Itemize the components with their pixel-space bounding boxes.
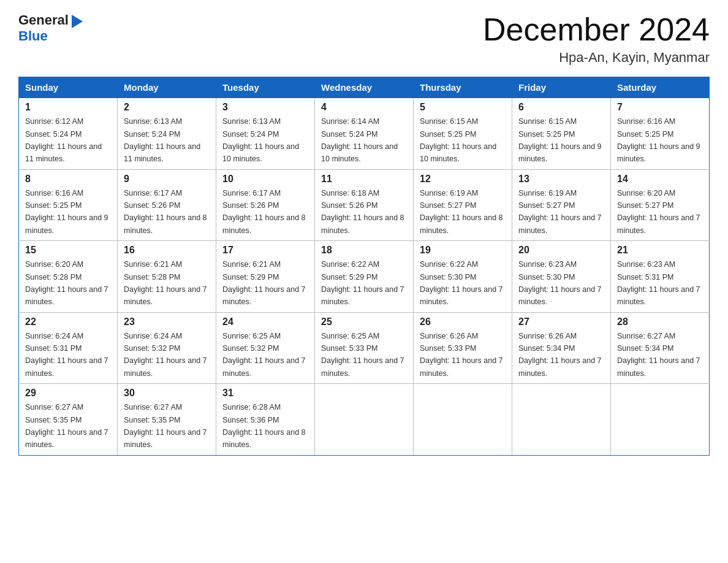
day-info: Sunrise: 6:19 AMSunset: 5:27 PMDaylight:… xyxy=(420,189,503,235)
day-number: 7 xyxy=(617,102,703,113)
day-info: Sunrise: 6:14 AMSunset: 5:24 PMDaylight:… xyxy=(321,117,398,163)
day-info: Sunrise: 6:20 AMSunset: 5:27 PMDaylight:… xyxy=(617,189,700,235)
table-row xyxy=(512,384,611,456)
day-info: Sunrise: 6:21 AMSunset: 5:28 PMDaylight:… xyxy=(124,260,207,306)
table-row xyxy=(414,384,512,456)
title-area: December 2024 Hpa-An, Kayin, Myanmar xyxy=(483,12,710,66)
day-number: 23 xyxy=(124,316,210,327)
day-number: 15 xyxy=(25,245,111,256)
day-info: Sunrise: 6:22 AMSunset: 5:29 PMDaylight:… xyxy=(321,260,404,306)
table-row: 5 Sunrise: 6:15 AMSunset: 5:25 PMDayligh… xyxy=(414,98,512,170)
day-number: 16 xyxy=(124,245,210,256)
day-info: Sunrise: 6:25 AMSunset: 5:32 PMDaylight:… xyxy=(222,332,306,378)
day-info: Sunrise: 6:28 AMSunset: 5:36 PMDaylight:… xyxy=(222,403,306,449)
day-info: Sunrise: 6:21 AMSunset: 5:29 PMDaylight:… xyxy=(222,260,306,306)
table-row: 25 Sunrise: 6:25 AMSunset: 5:33 PMDaylig… xyxy=(315,312,414,384)
table-row: 9 Sunrise: 6:17 AMSunset: 5:26 PMDayligh… xyxy=(118,169,216,241)
table-row: 10 Sunrise: 6:17 AMSunset: 5:26 PMDaylig… xyxy=(216,169,315,241)
day-info: Sunrise: 6:17 AMSunset: 5:26 PMDaylight:… xyxy=(222,189,306,235)
day-info: Sunrise: 6:23 AMSunset: 5:30 PMDaylight:… xyxy=(518,260,602,306)
table-row: 8 Sunrise: 6:16 AMSunset: 5:25 PMDayligh… xyxy=(19,169,118,241)
table-row: 29 Sunrise: 6:27 AMSunset: 5:35 PMDaylig… xyxy=(19,384,118,456)
day-number: 2 xyxy=(124,102,210,113)
day-number: 8 xyxy=(25,174,111,185)
table-row: 27 Sunrise: 6:26 AMSunset: 5:34 PMDaylig… xyxy=(512,312,611,384)
day-info: Sunrise: 6:27 AMSunset: 5:34 PMDaylight:… xyxy=(617,332,700,378)
table-row: 28 Sunrise: 6:27 AMSunset: 5:34 PMDaylig… xyxy=(611,312,710,384)
day-info: Sunrise: 6:26 AMSunset: 5:33 PMDaylight:… xyxy=(420,332,503,378)
calendar-week-2: 8 Sunrise: 6:16 AMSunset: 5:25 PMDayligh… xyxy=(19,169,710,241)
table-row: 1 Sunrise: 6:12 AMSunset: 5:24 PMDayligh… xyxy=(19,98,118,170)
day-number: 21 xyxy=(617,245,703,256)
day-number: 6 xyxy=(518,102,604,113)
table-row: 14 Sunrise: 6:20 AMSunset: 5:27 PMDaylig… xyxy=(611,169,710,241)
table-row xyxy=(611,384,710,456)
calendar-week-1: 1 Sunrise: 6:12 AMSunset: 5:24 PMDayligh… xyxy=(19,98,710,170)
table-row: 21 Sunrise: 6:23 AMSunset: 5:31 PMDaylig… xyxy=(611,241,710,313)
day-number: 29 xyxy=(25,388,111,399)
day-number: 24 xyxy=(222,316,308,327)
day-info: Sunrise: 6:12 AMSunset: 5:24 PMDaylight:… xyxy=(25,117,102,163)
day-number: 26 xyxy=(420,316,506,327)
calendar-week-3: 15 Sunrise: 6:20 AMSunset: 5:28 PMDaylig… xyxy=(19,241,710,313)
table-row: 31 Sunrise: 6:28 AMSunset: 5:36 PMDaylig… xyxy=(216,384,315,456)
day-info: Sunrise: 6:19 AMSunset: 5:27 PMDaylight:… xyxy=(518,189,602,235)
calendar-header-row: Sunday Monday Tuesday Wednesday Thursday… xyxy=(19,77,710,98)
day-info: Sunrise: 6:24 AMSunset: 5:32 PMDaylight:… xyxy=(124,332,207,378)
day-info: Sunrise: 6:27 AMSunset: 5:35 PMDaylight:… xyxy=(124,403,207,449)
table-row: 11 Sunrise: 6:18 AMSunset: 5:26 PMDaylig… xyxy=(315,169,414,241)
table-row: 13 Sunrise: 6:19 AMSunset: 5:27 PMDaylig… xyxy=(512,169,611,241)
col-monday: Monday xyxy=(118,77,216,98)
table-row: 26 Sunrise: 6:26 AMSunset: 5:33 PMDaylig… xyxy=(414,312,512,384)
day-info: Sunrise: 6:17 AMSunset: 5:26 PMDaylight:… xyxy=(124,189,207,235)
day-number: 10 xyxy=(222,174,308,185)
table-row: 16 Sunrise: 6:21 AMSunset: 5:28 PMDaylig… xyxy=(118,241,216,313)
table-row: 19 Sunrise: 6:22 AMSunset: 5:30 PMDaylig… xyxy=(414,241,512,313)
day-info: Sunrise: 6:22 AMSunset: 5:30 PMDaylight:… xyxy=(420,260,503,306)
day-number: 5 xyxy=(420,102,506,113)
day-number: 17 xyxy=(222,245,308,256)
day-number: 19 xyxy=(420,245,506,256)
day-number: 27 xyxy=(518,316,604,327)
day-info: Sunrise: 6:24 AMSunset: 5:31 PMDaylight:… xyxy=(25,332,108,378)
day-number: 25 xyxy=(321,316,407,327)
day-info: Sunrise: 6:27 AMSunset: 5:35 PMDaylight:… xyxy=(25,403,108,449)
day-number: 9 xyxy=(124,174,210,185)
table-row xyxy=(315,384,414,456)
day-info: Sunrise: 6:25 AMSunset: 5:33 PMDaylight:… xyxy=(321,332,404,378)
table-row: 7 Sunrise: 6:16 AMSunset: 5:25 PMDayligh… xyxy=(611,98,710,170)
day-number: 11 xyxy=(321,174,407,185)
logo-arrow-icon xyxy=(70,15,83,26)
day-info: Sunrise: 6:20 AMSunset: 5:28 PMDaylight:… xyxy=(25,260,108,306)
col-thursday: Thursday xyxy=(414,77,512,98)
col-friday: Friday xyxy=(512,77,611,98)
day-info: Sunrise: 6:18 AMSunset: 5:26 PMDaylight:… xyxy=(321,189,404,235)
day-info: Sunrise: 6:16 AMSunset: 5:25 PMDaylight:… xyxy=(617,117,700,163)
day-number: 3 xyxy=(222,102,308,113)
day-number: 1 xyxy=(25,102,111,113)
logo: General Blue xyxy=(18,12,83,44)
calendar-week-5: 29 Sunrise: 6:27 AMSunset: 5:35 PMDaylig… xyxy=(19,384,710,456)
month-year-title: December 2024 xyxy=(483,12,710,47)
col-wednesday: Wednesday xyxy=(315,77,414,98)
table-row: 12 Sunrise: 6:19 AMSunset: 5:27 PMDaylig… xyxy=(414,169,512,241)
table-row: 24 Sunrise: 6:25 AMSunset: 5:32 PMDaylig… xyxy=(216,312,315,384)
table-row: 18 Sunrise: 6:22 AMSunset: 5:29 PMDaylig… xyxy=(315,241,414,313)
table-row: 17 Sunrise: 6:21 AMSunset: 5:29 PMDaylig… xyxy=(216,241,315,313)
day-info: Sunrise: 6:15 AMSunset: 5:25 PMDaylight:… xyxy=(518,117,602,163)
day-number: 14 xyxy=(617,174,703,185)
table-row: 23 Sunrise: 6:24 AMSunset: 5:32 PMDaylig… xyxy=(118,312,216,384)
table-row: 6 Sunrise: 6:15 AMSunset: 5:25 PMDayligh… xyxy=(512,98,611,170)
day-info: Sunrise: 6:13 AMSunset: 5:24 PMDaylight:… xyxy=(222,117,299,163)
day-number: 13 xyxy=(518,174,604,185)
day-number: 30 xyxy=(124,388,210,399)
day-number: 31 xyxy=(222,388,308,399)
col-tuesday: Tuesday xyxy=(216,77,315,98)
day-number: 12 xyxy=(420,174,506,185)
day-number: 28 xyxy=(617,316,703,327)
day-number: 22 xyxy=(25,316,111,327)
col-saturday: Saturday xyxy=(611,77,710,98)
day-info: Sunrise: 6:16 AMSunset: 5:25 PMDaylight:… xyxy=(25,189,108,235)
logo-blue: Blue xyxy=(18,28,48,44)
table-row: 22 Sunrise: 6:24 AMSunset: 5:31 PMDaylig… xyxy=(19,312,118,384)
